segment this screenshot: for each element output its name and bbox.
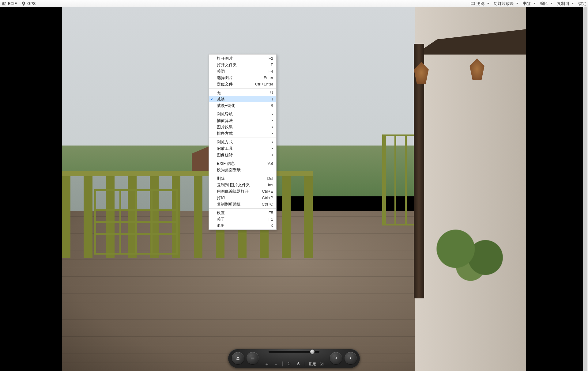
- menu-shortcut: X: [270, 223, 273, 228]
- menu-lighten[interactable]: ✓ 减淡 I: [209, 96, 276, 102]
- menu-label: 打开文件夹: [217, 62, 268, 68]
- svg-rect-0: [471, 2, 475, 5]
- chevron-down-icon: [487, 3, 489, 4]
- vertical-scrollbar[interactable]: [583, 7, 588, 371]
- menu-label: 关于: [217, 217, 266, 222]
- menu-select-image[interactable]: 选择图片 Enter: [209, 74, 276, 81]
- menu-rotate[interactable]: 图像旋转: [209, 152, 276, 158]
- menu-shortcut: Ctrl+Enter: [255, 82, 273, 86]
- bookmark-menu[interactable]: 书签: [523, 1, 536, 6]
- menu-print[interactable]: 打印 Ctrl+P: [209, 195, 276, 201]
- menu-exit[interactable]: 退出 X: [209, 222, 276, 229]
- menu-set-wallpaper[interactable]: 设为桌面壁纸...: [209, 167, 276, 173]
- menu-label: 用图像编辑器打开: [217, 189, 259, 194]
- menu-exif-info[interactable]: EXIF 信息 TAB: [209, 160, 276, 167]
- menu-locate-file[interactable]: 定位文件 Ctrl+Enter: [209, 81, 276, 87]
- submenu-arrow-icon: [272, 141, 273, 143]
- menu-separator: [209, 110, 276, 110]
- gps-button[interactable]: GPS: [21, 1, 36, 6]
- menu-label: 关闭: [217, 69, 266, 74]
- rotate-right-button[interactable]: [296, 361, 301, 367]
- copy-to-menu[interactable]: 复制到: [557, 1, 574, 6]
- menu-label: 无: [217, 90, 267, 96]
- menu-label: 图片效果: [217, 124, 269, 130]
- slider-thumb[interactable]: [310, 350, 315, 354]
- menu-label: 缩放工具: [217, 146, 269, 151]
- menu-label: 图像旋转: [217, 152, 269, 158]
- menu-label: 设为桌面壁纸...: [217, 167, 273, 173]
- edit-label: 编辑: [540, 1, 548, 6]
- chevron-down-icon: [516, 3, 518, 4]
- zoom-in-button[interactable]: ＋: [264, 361, 270, 367]
- menu-label: 设置: [217, 210, 266, 216]
- browse-menu[interactable]: 浏览: [470, 1, 489, 6]
- separator: [305, 362, 305, 366]
- gps-label: GPS: [27, 1, 36, 6]
- rotate-left-icon: [287, 362, 291, 366]
- menu-copy-to-folder[interactable]: 复制到 图片文件夹 Ins: [209, 182, 276, 188]
- menu-close[interactable]: 关闭 F4: [209, 68, 276, 74]
- lock-toggle[interactable]: [320, 362, 324, 366]
- menu-none[interactable]: 无 U: [209, 89, 276, 96]
- zoom-out-button[interactable]: －: [273, 361, 279, 367]
- bookmark-label: 书签: [523, 1, 531, 6]
- edit-menu[interactable]: 编辑: [540, 1, 553, 6]
- submenu-arrow-icon: [272, 154, 273, 156]
- next-button[interactable]: [345, 352, 357, 364]
- slideshow-label: 幻灯片放映: [494, 1, 514, 6]
- menu-shortcut: TAB: [266, 161, 273, 166]
- menu-shortcut: Ctrl+P: [262, 195, 273, 200]
- menu-shortcut: I: [272, 97, 273, 101]
- menu-open-folder[interactable]: 打开文件夹 F: [209, 62, 276, 68]
- slideshow-menu[interactable]: 幻灯片放映: [494, 1, 518, 6]
- menu-shortcut: F4: [269, 69, 273, 74]
- eject-icon: [236, 356, 240, 361]
- menu-open-image[interactable]: 打开图片 F2: [209, 55, 276, 62]
- menu-shortcut: F1: [269, 217, 273, 221]
- menu-browse-nav[interactable]: 浏览导航: [209, 111, 276, 117]
- menu-separator: [209, 138, 276, 138]
- menu-label: 复制到剪贴板: [217, 202, 259, 207]
- menu-interpolation[interactable]: 插值算法: [209, 117, 276, 124]
- exif-button[interactable]: EXIF: [2, 1, 17, 6]
- submenu-arrow-icon: [272, 113, 273, 115]
- menu-label: 选择图片: [217, 75, 261, 81]
- menu-image-effects[interactable]: 图片效果: [209, 124, 276, 130]
- menu-shortcut: Del: [267, 176, 273, 181]
- menu-label: 减淡: [217, 97, 269, 102]
- menu-browse-mode[interactable]: 浏览方式: [209, 139, 276, 145]
- menu-shortcut: F5: [269, 210, 273, 215]
- chevron-down-icon: [550, 3, 553, 4]
- menu-lighten-sharpen[interactable]: 减淡+锐化 S: [209, 102, 276, 109]
- menu-settings[interactable]: 设置 F5: [209, 210, 276, 216]
- menu-zoom-tools[interactable]: 缩放工具: [209, 145, 276, 152]
- prev-button[interactable]: [330, 352, 342, 364]
- chevron-down-icon: [533, 3, 536, 4]
- menu-separator: [209, 174, 276, 174]
- control-bar: ＋ － 锁定: [228, 349, 360, 368]
- menu-label: 浏览导航: [217, 112, 269, 117]
- menu-label: 减淡+锐化: [217, 103, 267, 108]
- menu-about[interactable]: 关于 F1: [209, 216, 276, 222]
- menu-copy-clipboard[interactable]: 复制到剪贴板 Ctrl+C: [209, 201, 276, 207]
- monitor-icon: [470, 1, 475, 6]
- menu-delete[interactable]: 删除 Del: [209, 175, 276, 182]
- toolbar-left: EXIF GPS: [2, 1, 36, 6]
- toolbar-right: 浏览 幻灯片放映 书签 编辑 复制到 锁定: [470, 1, 586, 6]
- image-viewport[interactable]: [0, 7, 588, 371]
- top-toolbar: EXIF GPS 浏览 幻灯片放映 书签 编辑 复制到 锁定: [0, 0, 588, 7]
- check-icon: ✓: [211, 97, 215, 101]
- menu-label: 删除: [217, 176, 264, 181]
- menu-shortcut: S: [270, 103, 273, 108]
- menu-label: 插值算法: [217, 118, 269, 123]
- zoom-slider[interactable]: [269, 351, 319, 353]
- lock-menu[interactable]: 锁定: [578, 1, 586, 6]
- rotate-left-button[interactable]: [286, 361, 292, 367]
- submenu-arrow-icon: [272, 126, 273, 128]
- menu-open-editor[interactable]: 用图像编辑器打开 Ctrl+E: [209, 188, 276, 195]
- menu-sort-by[interactable]: 排序方式: [209, 130, 276, 137]
- menu-label: 打印: [217, 195, 259, 201]
- menu-icon: [250, 356, 255, 361]
- scrollbar-thumb[interactable]: [583, 7, 587, 371]
- chevron-left-icon: [334, 356, 338, 361]
